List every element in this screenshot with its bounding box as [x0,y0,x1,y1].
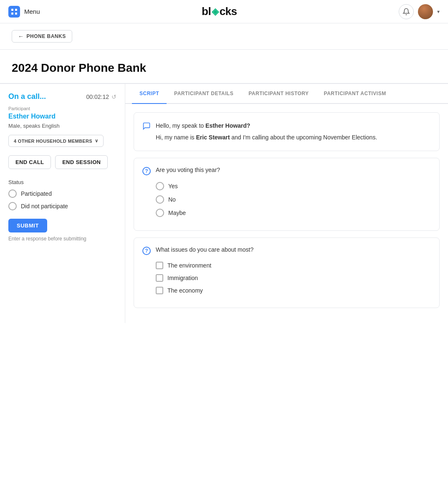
tab-script[interactable]: SCRIPT [132,84,167,104]
q1-maybe-label: Maybe [168,210,186,216]
household-label: 4 OTHER HOUSEHOLD MEMBERS [14,139,92,144]
tabs-bar: SCRIPT PARTICIPANT DETAILS PARTICIPANT H… [125,84,448,104]
household-arrow-icon: ∨ [95,138,98,144]
q1-no-label: No [168,196,176,203]
participant-name: Esther Howard [8,113,116,120]
q2-immigration-checkbox[interactable] [156,274,163,282]
q2-environment-label: The environment [167,262,211,269]
logo-text-left: bl [202,5,211,18]
page-title-area: 2024 Donor Phone Bank [0,50,448,75]
chat-icon [142,122,151,132]
q2-environment-checkbox[interactable] [156,262,163,269]
on-call-text: On a call... [8,92,46,101]
participated-label: Participated [21,190,52,197]
svg-rect-1 [15,9,17,11]
menu-label[interactable]: Menu [24,8,40,15]
question-1-card: ? Are you voting this year? Yes No Maybe [134,158,440,231]
left-panel: On a call... 00:02:12 ↺ Participant Esth… [0,84,125,323]
logo-text-right: cks [220,5,237,18]
logo: bl ◈ cks [202,5,237,18]
q2-option-environment[interactable]: The environment [156,262,431,269]
timer-icon: ↺ [111,93,116,100]
q2-economy-label: The economy [167,287,203,294]
q1-yes-radio[interactable] [156,182,164,190]
tab-participant-activism[interactable]: PARTICIPANT ACTIVISM [316,84,394,104]
script-content: Hello, my speak to Esther Howard? Hi, my… [125,104,448,323]
household-members-button[interactable]: 4 OTHER HOUSEHOLD MEMBERS ∨ [8,135,104,147]
submit-button[interactable]: SUBMIT [8,219,47,232]
question-1-options: Yes No Maybe [142,182,431,217]
back-arrow-icon: ← [18,33,24,40]
submit-hint: Enter a response before submitting [8,236,116,242]
end-session-button[interactable]: END SESSION [55,155,108,169]
participant-info: Male, speaks English [8,123,116,129]
call-actions: END CALL END SESSION [8,155,116,169]
q1-maybe-radio[interactable] [156,209,164,217]
main-content: On a call... 00:02:12 ↺ Participant Esth… [0,83,448,323]
status-participated-option[interactable]: Participated [8,189,116,198]
page-title: 2024 Donor Phone Bank [12,61,436,75]
question-icon-2: ? [142,247,151,255]
intro-text: Hello, my speak to Esther Howard? Hi, my… [156,121,377,142]
status-section: Status Participated Did not participate [8,179,116,210]
tab-participant-history[interactable]: PARTICIPANT HISTORY [241,84,316,104]
status-not-participated-option[interactable]: Did not participate [8,202,116,210]
timer-area: 00:02:12 ↺ [86,93,117,100]
top-nav: Menu bl ◈ cks ▾ [0,0,448,23]
avatar[interactable] [418,4,433,19]
q1-yes-label: Yes [168,183,178,189]
question-icon-1: ? [142,167,151,175]
q2-immigration-label: Immigration [167,275,198,281]
grid-icon[interactable] [8,6,20,18]
svg-rect-2 [11,13,13,15]
participant-label: Participant [8,106,116,111]
question-2-card: ? What issues do you care about most? Th… [134,237,440,308]
not-participated-label: Did not participate [21,203,68,210]
q1-no-radio[interactable] [156,195,164,204]
status-label: Status [8,179,116,185]
q2-option-immigration[interactable]: Immigration [156,274,431,282]
logo-cube-icon: ◈ [212,6,219,17]
right-panel: SCRIPT PARTICIPANT DETAILS PARTICIPANT H… [125,84,448,323]
tab-participant-details[interactable]: PARTICIPANT DETAILS [167,84,241,104]
q2-option-economy[interactable]: The economy [156,287,431,294]
q1-option-no[interactable]: No [156,195,431,204]
not-participated-radio[interactable] [8,202,17,210]
avatar-dropdown-arrow[interactable]: ▾ [437,9,440,15]
breadcrumb-bar: ← PHONE BANKS [0,23,448,50]
question-2-header: ? What issues do you care about most? [142,246,431,255]
nav-right: ▾ [399,4,440,19]
intro-bold-name: Esther Howard? [205,122,250,129]
participated-radio[interactable] [8,189,17,198]
svg-rect-3 [15,13,17,15]
question-1-header: ? Are you voting this year? [142,167,431,175]
question-1-text: Are you voting this year? [156,167,220,173]
intro-card: Hello, my speak to Esther Howard? Hi, my… [134,112,440,151]
question-2-text: What issues do you care about most? [156,246,253,253]
breadcrumb-label: PHONE BANKS [27,33,66,39]
nav-left: Menu [8,6,40,18]
intro-caller-name: Eric Stewart [196,134,230,141]
timer-text: 00:02:12 [86,93,109,100]
q1-option-yes[interactable]: Yes [156,182,431,190]
notifications-bell[interactable] [399,4,414,19]
back-to-phone-banks-button[interactable]: ← PHONE BANKS [12,30,72,43]
question-2-options: The environment Immigration The economy [142,262,431,294]
call-status-header: On a call... 00:02:12 ↺ [8,92,116,101]
script-intro: Hello, my speak to Esther Howard? Hi, my… [142,121,431,142]
end-call-button[interactable]: END CALL [8,155,51,169]
q2-economy-checkbox[interactable] [156,287,163,294]
q1-option-maybe[interactable]: Maybe [156,209,431,217]
svg-rect-0 [11,9,13,11]
